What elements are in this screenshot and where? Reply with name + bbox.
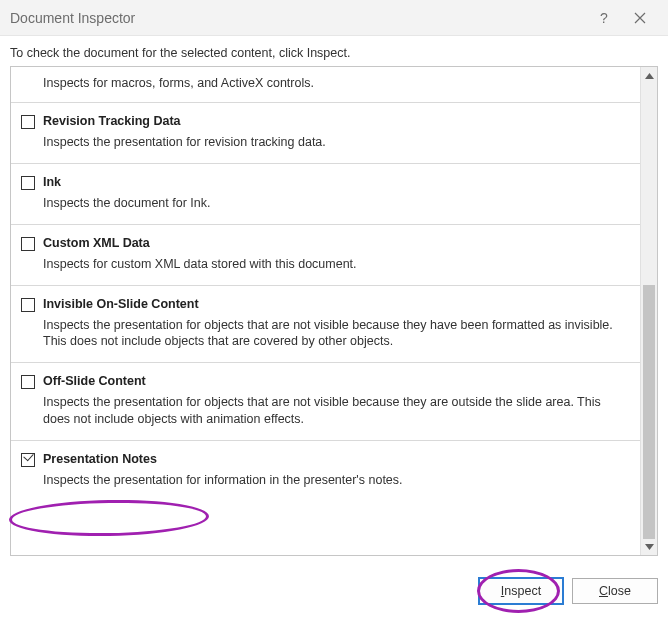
inspect-button[interactable]: Inspect <box>478 577 564 605</box>
item-desc: Inspects for macros, forms, and ActiveX … <box>43 75 630 92</box>
item-revision-tracking[interactable]: Revision Tracking Data Inspects the pres… <box>11 103 640 164</box>
scrollbar-thumb[interactable] <box>643 285 655 539</box>
checkbox-icon[interactable] <box>21 375 35 389</box>
inspector-list-container: Inspects for macros, forms, and ActiveX … <box>10 66 658 556</box>
checkbox-icon[interactable] <box>21 237 35 251</box>
item-desc: Inspects the presentation for objects th… <box>43 394 630 428</box>
checkbox-icon[interactable] <box>21 115 35 129</box>
item-desc: Inspects the presentation for objects th… <box>43 317 630 351</box>
item-ink[interactable]: Ink Inspects the document for Ink. <box>11 164 640 225</box>
scrollbar[interactable] <box>640 67 657 555</box>
inspector-list: Inspects for macros, forms, and ActiveX … <box>11 67 640 555</box>
item-label: Presentation Notes <box>43 452 630 466</box>
close-icon[interactable] <box>622 12 658 24</box>
dialog-title: Document Inspector <box>10 10 586 26</box>
close-button[interactable]: Close <box>572 578 658 604</box>
help-button[interactable]: ? <box>586 10 622 26</box>
checkbox-icon[interactable] <box>21 176 35 190</box>
dialog-footer: Inspect Close <box>0 564 668 618</box>
item-macros-partial[interactable]: Inspects for macros, forms, and ActiveX … <box>11 67 640 103</box>
checkbox-icon[interactable] <box>21 453 35 467</box>
item-invisible-content[interactable]: Invisible On-Slide Content Inspects the … <box>11 286 640 364</box>
item-custom-xml[interactable]: Custom XML Data Inspects for custom XML … <box>11 225 640 286</box>
instruction-text: To check the document for the selected c… <box>0 36 668 66</box>
item-off-slide-content[interactable]: Off-Slide Content Inspects the presentat… <box>11 363 640 441</box>
item-desc: Inspects the document for Ink. <box>43 195 630 212</box>
item-desc: Inspects for custom XML data stored with… <box>43 256 630 273</box>
checkbox-icon[interactable] <box>21 298 35 312</box>
item-label: Off-Slide Content <box>43 374 630 388</box>
scroll-down-icon[interactable] <box>641 538 657 555</box>
item-label: Invisible On-Slide Content <box>43 297 630 311</box>
item-desc: Inspects the presentation for informatio… <box>43 472 630 489</box>
item-label: Custom XML Data <box>43 236 630 250</box>
scroll-up-icon[interactable] <box>641 67 657 84</box>
item-presentation-notes[interactable]: Presentation Notes Inspects the presenta… <box>11 441 640 501</box>
titlebar: Document Inspector ? <box>0 0 668 36</box>
item-label: Ink <box>43 175 630 189</box>
item-desc: Inspects the presentation for revision t… <box>43 134 630 151</box>
item-label: Revision Tracking Data <box>43 114 630 128</box>
